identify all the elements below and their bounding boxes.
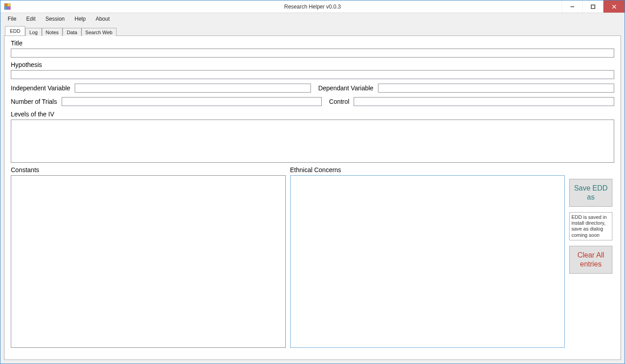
save-info-text: EDD is saved in install directory, save …	[569, 212, 612, 240]
ethical-concerns-label: Ethnical Concerns	[290, 166, 565, 173]
tab-edd[interactable]: EDD	[5, 26, 25, 36]
menu-help[interactable]: Help	[70, 14, 90, 24]
tab-strip: EDD Log Notes Data Search Web	[5, 26, 621, 36]
save-edd-button[interactable]: Save EDD as	[569, 179, 612, 207]
svg-rect-1	[8, 4, 10, 6]
trials-input[interactable]	[62, 97, 322, 106]
svg-rect-5	[591, 5, 595, 9]
menu-session[interactable]: Session	[41, 14, 69, 24]
dependent-variable-input[interactable]	[378, 84, 614, 93]
hypothesis-label: Hypothesis	[11, 61, 614, 68]
close-button[interactable]	[603, 0, 625, 13]
independent-variable-label: Independent Variable	[11, 84, 70, 92]
hypothesis-input[interactable]	[11, 70, 614, 79]
tab-panel-edd: Title Hypothesis Independent Variable De…	[4, 36, 621, 360]
window-title: Research Helper v0.0.3	[284, 4, 341, 10]
tab-data[interactable]: Data	[63, 28, 81, 36]
svg-rect-0	[4, 4, 7, 6]
constants-textarea[interactable]	[11, 175, 286, 348]
svg-rect-3	[8, 7, 10, 9]
menu-about[interactable]: About	[91, 14, 114, 24]
control-input[interactable]	[354, 97, 614, 106]
menu-edit[interactable]: Edit	[22, 14, 40, 24]
tab-notes[interactable]: Notes	[42, 28, 63, 36]
menubar: File Edit Session Help About	[0, 13, 625, 25]
clear-all-button[interactable]: Clear All entries	[569, 246, 612, 274]
maximize-button[interactable]	[582, 0, 603, 13]
title-label: Title	[11, 40, 614, 47]
ethical-concerns-textarea[interactable]	[290, 175, 565, 348]
independent-variable-input[interactable]	[75, 84, 311, 93]
constants-label: Constants	[11, 166, 286, 173]
tab-search-web[interactable]: Search Web	[81, 28, 117, 36]
app-icon	[4, 3, 11, 10]
window-controls	[562, 0, 625, 13]
control-label: Control	[329, 98, 349, 105]
menu-file[interactable]: File	[3, 14, 21, 24]
title-input[interactable]	[11, 49, 614, 58]
tab-log[interactable]: Log	[25, 28, 41, 36]
svg-rect-2	[4, 7, 7, 9]
levels-textarea[interactable]	[11, 120, 614, 163]
client-area: EDD Log Notes Data Search Web Title Hypo…	[0, 25, 625, 364]
dependent-variable-label: Dependant Variable	[318, 84, 373, 92]
minimize-button[interactable]	[562, 0, 582, 13]
titlebar: Research Helper v0.0.3	[0, 0, 625, 13]
trials-label: Number of Trials	[11, 98, 57, 105]
levels-label: Levels of the IV	[11, 111, 614, 118]
